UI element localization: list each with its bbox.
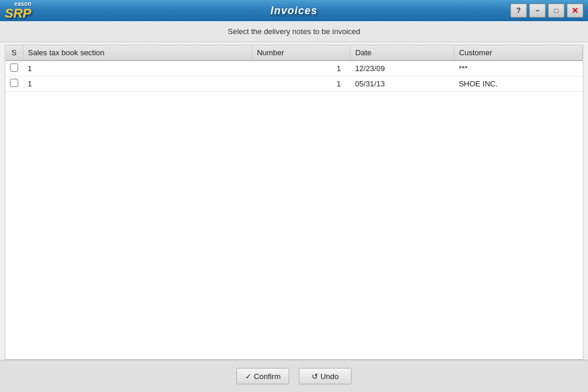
undo-icon: ↺ xyxy=(312,372,318,381)
logo: eason SRP xyxy=(5,1,31,20)
row-0-date: 12/23/09 xyxy=(350,61,454,76)
row-0-number: 1 xyxy=(252,61,350,76)
row-1-number: 1 xyxy=(252,76,350,92)
row-1-customer: SHOE INC. xyxy=(454,76,582,92)
window-controls: ? − □ ✕ xyxy=(510,4,583,18)
table-header-row: S Sales tax book section Number Date Cus… xyxy=(5,45,583,61)
row-1-sales-tax-book-section: 1 xyxy=(23,76,252,92)
logo-area: eason SRP xyxy=(5,1,31,20)
confirm-icon: ✓ xyxy=(245,372,252,381)
delivery-notes-table: S Sales tax book section Number Date Cus… xyxy=(5,45,583,92)
window-title: Invoices xyxy=(270,5,318,17)
close-button[interactable]: ✕ xyxy=(567,4,583,18)
row-0-checkbox-cell xyxy=(5,61,23,76)
maximize-button[interactable]: □ xyxy=(548,4,564,18)
help-button[interactable]: ? xyxy=(510,4,527,18)
table-row: 1105/31/13SHOE INC. xyxy=(5,76,583,92)
col-header-number: Number xyxy=(252,45,350,61)
col-header-date: Date xyxy=(350,45,454,61)
table-row: 1112/23/09*** xyxy=(5,61,583,76)
row-0-checkbox[interactable] xyxy=(10,63,18,72)
row-1-date: 05/31/13 xyxy=(350,76,454,92)
logo-srp-text: SRP xyxy=(5,7,31,20)
undo-button[interactable]: ↺ Undo xyxy=(299,368,352,384)
main-content: Select the delivery notes to be invoiced… xyxy=(0,21,588,392)
col-header-customer: Customer xyxy=(454,45,582,61)
footer: ✓ Confirm ↺ Undo xyxy=(0,360,588,392)
confirm-button[interactable]: ✓ Confirm xyxy=(236,368,289,384)
delivery-notes-table-container: S Sales tax book section Number Date Cus… xyxy=(5,45,583,360)
minimize-button[interactable]: − xyxy=(529,4,546,18)
row-1-checkbox[interactable] xyxy=(10,79,18,87)
row-0-sales-tax-book-section: 1 xyxy=(23,61,252,76)
titlebar: eason SRP Invoices ? − □ ✕ xyxy=(0,0,588,21)
confirm-label: Confirm xyxy=(254,372,281,381)
col-header-sales-tax-book-section: Sales tax book section xyxy=(23,45,252,61)
subtitle-bar: Select the delivery notes to be invoiced xyxy=(0,21,588,42)
row-0-customer: *** xyxy=(454,61,582,76)
subtitle-text: Select the delivery notes to be invoiced xyxy=(228,27,360,36)
col-header-s: S xyxy=(5,45,23,61)
row-1-checkbox-cell xyxy=(5,76,23,92)
undo-label: Undo xyxy=(320,372,339,381)
